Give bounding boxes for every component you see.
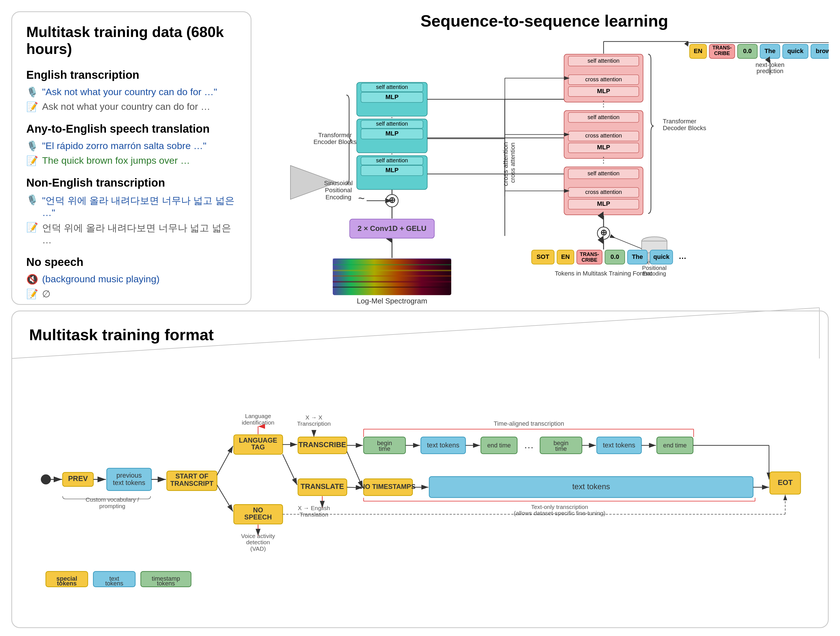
- svg-text:Text-only transcription: Text-only transcription: [531, 504, 588, 510]
- pencil-icon-2: 📝: [26, 155, 38, 166]
- start-dot: [41, 474, 51, 485]
- conv-label: 2 × Conv1D + GELU: [358, 224, 426, 232]
- svg-text:Decoder Blocks: Decoder Blocks: [663, 124, 706, 132]
- list-item: 🎙️ "Ask not what your country can do for…: [26, 87, 237, 98]
- list-item: 📝 ∅: [26, 288, 237, 299]
- svg-line-65: [610, 236, 642, 249]
- svg-text:0.0: 0.0: [611, 253, 619, 260]
- non-english-section: Non-English transcription 🎙️ "언덕 위에 올라 내…: [26, 176, 237, 246]
- svg-text:⊕: ⊕: [388, 195, 396, 205]
- sinusoidal-label2: Positional: [325, 187, 352, 194]
- prev-label: PREV: [68, 474, 88, 482]
- svg-rect-4: [333, 270, 451, 271]
- svg-text:tokens: tokens: [157, 580, 175, 587]
- mic-icon: 🎙️: [26, 87, 38, 98]
- svg-text:text tokens: text tokens: [427, 441, 459, 449]
- svg-rect-5: [333, 275, 451, 277]
- svg-text:CRIBE: CRIBE: [581, 257, 597, 263]
- svg-text:TRANSCRIPT: TRANSCRIPT: [171, 480, 213, 487]
- bottom-title: Multitask training format: [29, 326, 811, 344]
- svg-text:cross attention: cross attention: [585, 132, 622, 139]
- pencil-icon: 📝: [26, 101, 38, 112]
- korean-audio-text: "언덕 위에 올라 내려다보면 너무나 넓고 넓은 …": [42, 194, 237, 218]
- svg-text:TRANS-: TRANS-: [712, 45, 732, 50]
- svg-text:quick: quick: [787, 47, 804, 55]
- left-training-data-box: Multitask training data (680k hours) Eng…: [11, 11, 251, 305]
- svg-line-127: [217, 446, 233, 475]
- svg-text:self attention: self attention: [588, 114, 620, 120]
- svg-text:EOT: EOT: [778, 479, 793, 486]
- svg-text:The: The: [632, 253, 643, 260]
- svg-text:self attention: self attention: [376, 121, 408, 127]
- english-transcription-heading: English transcription: [26, 69, 237, 81]
- svg-text:self attention: self attention: [588, 58, 620, 64]
- svg-text:cross attention: cross attention: [585, 76, 622, 82]
- svg-text:self attention: self attention: [376, 157, 408, 164]
- english-audio-text: "Ask not what your country can do for …": [42, 87, 217, 98]
- svg-text:…: …: [524, 439, 534, 450]
- svg-text:The: The: [764, 47, 775, 55]
- svg-line-151: [347, 451, 363, 488]
- svg-text:Language: Language: [245, 413, 271, 419]
- cross-attention-label: cross attention: [502, 142, 509, 186]
- svg-text:X → X: X → X: [305, 414, 322, 420]
- no-speech-text: ∅: [42, 288, 51, 299]
- svg-text:MLP: MLP: [597, 200, 610, 207]
- svg-text:NO TIMESTAMPS: NO TIMESTAMPS: [360, 483, 415, 490]
- svg-text:text tokens: text tokens: [572, 482, 610, 491]
- tokens-label: Tokens in Multitask Training Format: [555, 270, 652, 277]
- tilde-icon: ~: [358, 192, 365, 205]
- list-item: 🔇 (background music playing): [26, 274, 237, 285]
- svg-text:Time-aligned transcription: Time-aligned transcription: [494, 420, 564, 427]
- pencil-icon-4: 📝: [26, 288, 38, 299]
- seq-title: Sequence-to-sequence learning: [260, 11, 829, 30]
- svg-text:TRANSCRIBE: TRANSCRIBE: [298, 441, 346, 449]
- svg-text:TRANS-: TRANS-: [580, 252, 599, 257]
- svg-rect-3: [333, 264, 451, 265]
- sequence-to-sequence-diagram: Sequence-to-sequence learning: [260, 11, 829, 305]
- english-transcription-section: English transcription 🎙️ "Ask not what y…: [26, 69, 237, 112]
- svg-text:START OF: START OF: [175, 472, 208, 480]
- list-item: 🎙️ "언덕 위에 올라 내려다보면 너무나 넓고 넓은 …": [26, 194, 237, 218]
- svg-text:self attention: self attention: [588, 170, 620, 176]
- svg-text:…: …: [679, 252, 687, 261]
- svg-text:cross attention: cross attention: [509, 143, 516, 183]
- svg-text:⊕: ⊕: [600, 228, 607, 237]
- flow-svg: PREV previous text tokens Custom vocabul…: [29, 358, 811, 612]
- svg-text:MLP: MLP: [597, 144, 610, 151]
- list-item: 🎙️ "El rápido zorro marrón salta sobre ……: [26, 140, 237, 151]
- svg-text:MLP: MLP: [597, 88, 610, 94]
- svg-text:cross attention: cross attention: [585, 189, 622, 195]
- list-item: 📝 Ask not what your country can do for …: [26, 101, 237, 112]
- svg-text:time: time: [379, 445, 390, 452]
- svg-rect-7: [333, 287, 451, 288]
- list-item: 📝 The quick brown fox jumps over …: [26, 155, 237, 166]
- seq-svg: Log-Mel Spectrogram 2 × Conv1D + GELU ⊕ …: [260, 39, 829, 320]
- svg-text:brown: brown: [816, 47, 829, 55]
- mute-icon: 🔇: [26, 274, 38, 285]
- any-to-english-heading: Any-to-English speech translation: [26, 123, 237, 135]
- english-transcript-text: Ask not what your country can do for …: [42, 101, 210, 112]
- svg-text:self attention: self attention: [376, 84, 408, 90]
- svg-text:LANGUAGE: LANGUAGE: [239, 437, 278, 444]
- svg-line-141: [283, 454, 297, 485]
- svg-text:NO: NO: [253, 507, 263, 514]
- no-speech-audio-text: (background music playing): [42, 274, 159, 285]
- svg-text:identification: identification: [242, 419, 274, 426]
- svg-text:SPEECH: SPEECH: [245, 513, 272, 521]
- svg-line-128: [217, 485, 233, 512]
- mic-icon-2: 🎙️: [26, 140, 38, 151]
- svg-text:MLP: MLP: [385, 93, 398, 101]
- svg-text:⋮: ⋮: [600, 99, 608, 108]
- svg-text:Transcription: Transcription: [297, 420, 331, 427]
- svg-text:EN: EN: [561, 253, 570, 260]
- spanish-audio-text: "El rápido zorro marrón salta sobre …": [42, 140, 207, 151]
- svg-text:prompting: prompting: [99, 503, 125, 509]
- left-title: Multitask training data (680k hours): [26, 24, 237, 57]
- svg-text:MLP: MLP: [385, 130, 398, 137]
- svg-text:detection: detection: [246, 539, 270, 545]
- svg-text:Custom vocabulary /: Custom vocabulary /: [85, 496, 139, 503]
- korean-transcript-text: 언덕 위에 올라 내려다보면 너무나 넓고 넓은 …: [42, 222, 237, 246]
- spectrogram-visual: [333, 258, 451, 295]
- non-english-heading: Non-English transcription: [26, 176, 237, 189]
